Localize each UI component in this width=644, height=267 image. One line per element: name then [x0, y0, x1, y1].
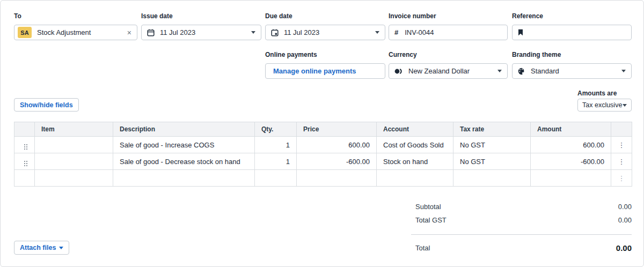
- description-cell[interactable]: [113, 170, 255, 187]
- close-icon[interactable]: ×: [127, 28, 131, 37]
- due-date-value: 11 Jul 2023: [284, 28, 319, 36]
- to-label: To: [14, 12, 137, 20]
- currency-field: Currency New Zealand Dollar: [389, 51, 508, 79]
- online-payments-field: Online payments Manage online payments: [265, 51, 385, 79]
- account-cell[interactable]: Cost of Goods Sold: [377, 137, 453, 153]
- subtotal-row: Subtotal 0.00: [411, 200, 632, 213]
- issue-date-input[interactable]: 11 Jul 2023: [141, 25, 261, 40]
- item-cell[interactable]: [35, 137, 113, 153]
- description-column-header: Description: [113, 122, 255, 137]
- total-value: 0.00: [616, 243, 632, 253]
- due-date-input[interactable]: 11 Jul 2023: [265, 25, 385, 40]
- currency-label: Currency: [389, 51, 508, 58]
- amounts-are-label: Amounts are: [577, 90, 617, 97]
- branding-theme-label: Branding theme: [512, 51, 632, 58]
- tax-rate-cell[interactable]: [453, 170, 531, 187]
- row-menu-kebab-icon[interactable]: ⋮: [611, 153, 632, 170]
- table-row: ⋮: [14, 170, 632, 187]
- branding-theme-value: Standard: [531, 67, 559, 75]
- description-cell[interactable]: Sale of good - Decrease stock on hand: [113, 153, 255, 170]
- line-items-table: Item Description Qty. Price Account Tax …: [14, 122, 632, 187]
- drag-handle[interactable]: [14, 137, 35, 153]
- description-cell[interactable]: Sale of good - Increase COGS: [113, 137, 255, 153]
- manage-online-payments-button[interactable]: Manage online payments: [265, 63, 385, 79]
- reference-input[interactable]: [512, 25, 632, 40]
- row-menu-kebab-icon[interactable]: ⋮: [611, 170, 632, 187]
- item-cell[interactable]: [35, 170, 113, 187]
- due-date-label: Due date: [265, 12, 385, 20]
- chevron-down-icon: [623, 104, 627, 107]
- branding-theme-select[interactable]: Standard: [512, 63, 632, 79]
- amounts-are-value: Tax exclusive: [582, 101, 622, 109]
- issue-date-field: Issue date 11 Jul 2023: [141, 12, 261, 40]
- chevron-down-icon: [59, 247, 63, 249]
- row-menu-column-header: [611, 122, 632, 137]
- amount-cell[interactable]: -600.00: [531, 153, 611, 170]
- subtotal-value: 0.00: [618, 203, 632, 211]
- chevron-down-icon: [621, 70, 626, 72]
- reference-label: Reference: [512, 12, 632, 20]
- manage-online-payments-text: Manage online payments: [273, 67, 356, 75]
- hash-icon: #: [394, 28, 398, 36]
- price-column-header: Price: [297, 122, 377, 137]
- total-gst-label: Total GST: [415, 216, 447, 224]
- totals-section: Subtotal 0.00 Total GST 0.00 Total 0.00: [411, 200, 632, 255]
- due-date-field: Due date 11 Jul 2023: [265, 12, 385, 40]
- drag-handle[interactable]: [14, 153, 35, 170]
- bookmark-icon: [518, 29, 523, 36]
- account-column-header: Account: [377, 122, 453, 137]
- invoice-number-label: Invoice number: [389, 12, 508, 20]
- table-row: Sale of good - Decrease stock on hand 1 …: [14, 153, 632, 170]
- item-cell[interactable]: [35, 153, 113, 170]
- invoice-number-value: INV-0044: [405, 28, 434, 36]
- item-column-header: Item: [35, 122, 113, 137]
- drag-dots-icon: [24, 144, 25, 145]
- to-input[interactable]: SA Stock Adjustment ×: [14, 25, 137, 40]
- calendar-due-icon: [271, 29, 279, 36]
- invoice-edit-page: To SA Stock Adjustment × Issue date 11 J…: [0, 0, 644, 267]
- price-cell[interactable]: [297, 170, 377, 187]
- contact-avatar: SA: [18, 27, 32, 38]
- currency-coins-icon: [394, 68, 403, 75]
- totals-divider: [411, 234, 632, 235]
- qty-column-header: Qty.: [255, 122, 297, 137]
- palette-icon: [518, 68, 525, 75]
- amounts-are-select[interactable]: Tax exclusive: [577, 99, 632, 112]
- invoice-number-field: Invoice number # INV-0044: [389, 12, 508, 40]
- show-hide-fields-label: Show/hide fields: [20, 101, 73, 109]
- online-payments-label: Online payments: [265, 51, 385, 58]
- qty-cell[interactable]: 1: [255, 137, 297, 153]
- tax-rate-column-header: Tax rate: [453, 122, 531, 137]
- tax-rate-cell[interactable]: No GST: [453, 153, 531, 170]
- total-label: Total: [415, 244, 430, 252]
- tax-rate-cell[interactable]: No GST: [453, 137, 531, 153]
- table-row: Sale of good - Increase COGS 1 600.00 Co…: [14, 137, 632, 153]
- currency-select[interactable]: New Zealand Dollar: [389, 63, 508, 79]
- account-cell[interactable]: [377, 170, 453, 187]
- drag-column-header: [14, 122, 35, 137]
- to-value: Stock Adjustment: [37, 28, 91, 36]
- show-hide-fields-button[interactable]: Show/hide fields: [14, 98, 79, 112]
- branding-theme-field: Branding theme Standard: [512, 51, 632, 79]
- amount-cell[interactable]: 600.00: [531, 137, 611, 153]
- total-row: Total 0.00: [411, 240, 632, 255]
- row-menu-kebab-icon[interactable]: ⋮: [611, 137, 632, 153]
- qty-cell[interactable]: 1: [255, 153, 297, 170]
- to-field: To SA Stock Adjustment ×: [14, 12, 137, 40]
- account-cell[interactable]: Stock on hand: [377, 153, 453, 170]
- attach-files-button[interactable]: Attach files: [14, 241, 69, 255]
- drag-dots-icon: [24, 161, 25, 162]
- invoice-number-input[interactable]: # INV-0044: [389, 25, 508, 40]
- chevron-down-icon: [375, 31, 379, 34]
- qty-cell[interactable]: [255, 170, 297, 187]
- chevron-down-icon: [251, 31, 255, 34]
- drag-handle[interactable]: [14, 170, 35, 187]
- price-cell[interactable]: -600.00: [297, 153, 377, 170]
- issue-date-value: 11 Jul 2023: [160, 28, 195, 36]
- calendar-icon: [147, 29, 155, 36]
- price-cell[interactable]: 600.00: [297, 137, 377, 153]
- currency-value: New Zealand Dollar: [408, 67, 470, 75]
- subtotal-label: Subtotal: [415, 203, 441, 211]
- reference-field: Reference: [512, 12, 632, 40]
- amount-cell[interactable]: [531, 170, 611, 187]
